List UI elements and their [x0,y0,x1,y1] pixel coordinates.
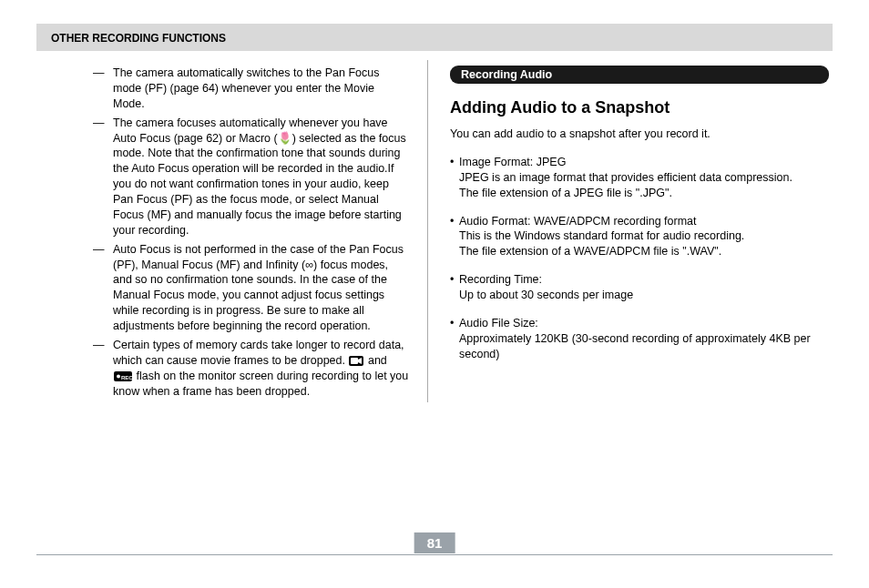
spec-line: The file extension of a WAVE/ADPCM file … [459,245,721,258]
note-text: Auto Focus is not performed in the case … [113,242,409,334]
spec-title: Recording Time: [459,273,542,286]
note-text: The camera focuses automatically wheneve… [113,116,409,238]
spec-item: • Audio File Size: Approximately 120KB (… [450,316,829,362]
spec-line: Approximately 120KB (30-second recording… [459,332,811,360]
footer-rule [36,554,833,555]
note-text-mid: and [364,354,386,367]
spec-line: This is the Windows standard format for … [459,229,744,242]
spec-body: Recording Time: Up to about 30 seconds p… [459,272,829,303]
note-item: — Auto Focus is not performed in the cas… [93,242,409,334]
section-title-text: Recording Audio [461,68,552,81]
spec-body: Audio Format: WAVE/ADPCM recording forma… [459,214,829,260]
dash-bullet: — [93,338,113,400]
page-number: 81 [414,532,455,553]
note-text: Certain types of memory cards take longe… [113,338,409,400]
bullet-dot: • [450,214,459,260]
spec-line: Up to about 30 seconds per image [459,289,633,301]
bullet-dot: • [450,272,459,303]
spec-line: The file extension of a JPEG file is ".J… [459,187,672,199]
spec-item: • Recording Time: Up to about 30 seconds… [450,272,829,303]
spec-title: Audio Format: WAVE/ADPCM recording forma… [459,215,697,228]
svg-text:REC: REC [121,374,132,380]
note-text-post: flash on the monitor screen during recor… [113,370,408,398]
spec-title: Image Format: JPEG [459,156,566,168]
note-item: — Certain types of memory cards take lon… [93,338,409,400]
bullet-dot: • [450,155,459,201]
subsection-heading: Adding Audio to a Snapshot [450,98,829,117]
manual-page: OTHER RECORDING FUNCTIONS — The camera a… [0,0,869,588]
dash-bullet: — [93,66,113,112]
bullet-dot: • [450,316,459,362]
dash-bullet: — [93,242,113,334]
intro-text: You can add audio to a snapshot after yo… [450,127,829,142]
svg-point-3 [117,374,120,378]
spec-title: Audio File Size: [459,317,538,329]
section-header-text: OTHER RECORDING FUNCTIONS [51,32,226,45]
section-header-banner: OTHER RECORDING FUNCTIONS [36,24,833,51]
note-text: The camera automatically switches to the… [113,66,409,112]
left-column: — The camera automatically switches to t… [36,60,428,402]
spec-item: • Audio Format: WAVE/ADPCM recording for… [450,214,829,260]
svg-rect-1 [351,358,358,364]
movie-camera-icon [349,356,363,366]
rec-indicator-icon: REC [114,371,132,381]
two-column-layout: — The camera automatically switches to t… [36,60,833,402]
spec-line: JPEG is an image format that provides ef… [459,171,792,184]
note-item: — The camera automatically switches to t… [93,66,409,112]
spec-body: Audio File Size: Approximately 120KB (30… [459,316,829,362]
right-column: Recording Audio Adding Audio to a Snapsh… [428,60,829,402]
spec-body: Image Format: JPEG JPEG is an image form… [459,155,829,201]
section-title-pill: Recording Audio [450,66,829,84]
note-item: — The camera focuses automatically whene… [93,116,409,238]
dash-bullet: — [93,116,113,238]
spec-item: • Image Format: JPEG JPEG is an image fo… [450,155,829,201]
